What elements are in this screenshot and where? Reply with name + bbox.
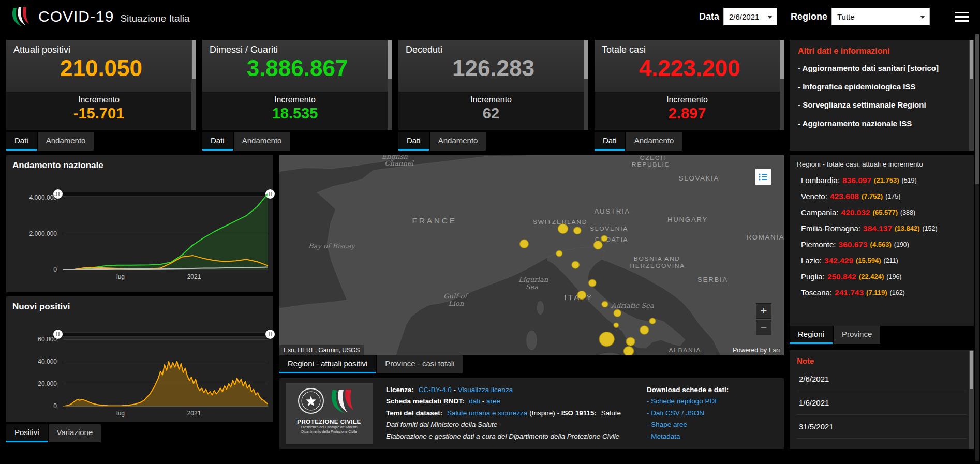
data-source-line: Dati forniti dal Ministero della Salute	[386, 419, 629, 430]
region-total: 836.097	[842, 176, 871, 185]
tab-andamento[interactable]: Andamento	[626, 132, 682, 151]
region-total: 342.429	[824, 256, 853, 265]
date-select[interactable]: 2/6/2021	[723, 8, 777, 25]
themes-mid-text: (Inspire) -	[529, 409, 561, 417]
map-label: SERBIA	[697, 276, 728, 283]
region-bubble[interactable]	[599, 332, 614, 347]
x-tick: lug	[109, 273, 132, 280]
cc-by-link[interactable]: CC-BY-4.0	[419, 386, 452, 394]
region-select[interactable]: Tutte	[831, 8, 930, 25]
region-bubble[interactable]	[649, 318, 656, 324]
aree-link[interactable]: aree	[486, 397, 500, 405]
stat-title: Totale casi	[595, 40, 784, 55]
data-management-line: Elaborazione e gestione dati a cura del …	[386, 431, 629, 442]
info-panel: Altri dati e informazioni - Aggiornament…	[790, 40, 974, 151]
scrollbar[interactable]	[191, 40, 196, 130]
powered-by-esri-link[interactable]: Powered by Esri	[733, 347, 780, 354]
region-bubble[interactable]	[558, 224, 568, 234]
nuovi-tabs: Positivi Variazione	[6, 424, 101, 442]
region-bubble[interactable]	[614, 309, 621, 317]
stat-card-dimessi-guariti: Dimessi / Guariti 3.886.867 Incremento 1…	[202, 40, 392, 130]
region-name: Emilia-Romagna:	[801, 224, 860, 233]
region-bubble[interactable]	[572, 261, 580, 268]
regions-tabs: Regioni Province	[790, 326, 880, 344]
region-name: Lazio:	[801, 256, 822, 265]
link-schede-pdf[interactable]: - Schede riepilogo PDF	[647, 396, 766, 407]
legend-button[interactable]	[755, 169, 771, 185]
logo-title: PROTEZIONE CIVILE	[290, 418, 368, 425]
region-bubble[interactable]	[640, 326, 649, 334]
increment-label: Incremento	[595, 95, 780, 104]
region-bubble[interactable]	[520, 240, 529, 248]
link-sorveglianza-regioni[interactable]: - Sorveglianza settimanale Regioni	[798, 100, 953, 110]
note-row: 1/6/2021	[797, 391, 967, 415]
scrollbar[interactable]	[969, 40, 974, 151]
tab-dati[interactable]: Dati	[6, 132, 37, 151]
y-tick: 0	[10, 402, 57, 410]
tab-dati[interactable]: Dati	[595, 132, 625, 151]
region-bubble[interactable]	[556, 250, 562, 257]
region-bubble[interactable]	[589, 279, 597, 287]
region-bubble[interactable]	[623, 347, 633, 355]
tab-andamento[interactable]: Andamento	[234, 132, 290, 151]
visualizza-licenza-link[interactable]: Visualizza licenza	[458, 386, 513, 394]
region-name: Lombardia:	[801, 176, 840, 185]
tab-dati[interactable]: Dati	[398, 132, 429, 151]
zoom-out-button[interactable]: −	[756, 320, 771, 335]
region-bubble[interactable]	[593, 241, 602, 249]
map-label: Lion	[449, 300, 464, 308]
map-label: Adriatic Sea	[611, 302, 654, 309]
metadata-line: Scheda metadati RNDT: dati - aree	[386, 396, 629, 407]
tab-regioni-attuali[interactable]: Regioni - attuali positivi	[279, 355, 376, 373]
region-bubble[interactable]	[626, 337, 635, 346]
tab-province-casi[interactable]: Province - casi totali	[377, 355, 463, 373]
protezione-civile-logo: PROTEZIONE CIVILE Presidenza del Consigl…	[286, 383, 373, 444]
region-bubble[interactable]	[577, 291, 586, 299]
region-bubble[interactable]	[614, 323, 619, 327]
scrollbar[interactable]	[388, 40, 392, 130]
region-bubble[interactable]	[602, 301, 608, 307]
region-row: Lombardia: 836.097 (21.753) (519)	[790, 172, 974, 188]
page-scrollbar[interactable]	[975, 34, 979, 461]
region-bubble[interactable]	[574, 227, 582, 234]
regions-panel: Regioni - totale casi, attuali e increme…	[790, 155, 974, 326]
map-label: SLOVAKIA	[679, 174, 719, 182]
region-increment: (388)	[900, 209, 915, 216]
link-aggiornamento-dati-sanitari[interactable]: - Aggiornamento dati sanitari [storico]	[798, 63, 953, 73]
scrollbar[interactable]	[780, 40, 784, 130]
link-infografica-iss[interactable]: - Infografica epidemiologica ISS	[798, 82, 953, 92]
region-row: Piemonte: 360.673 (4.563) (190)	[790, 236, 974, 252]
zoom-in-button[interactable]: +	[756, 303, 771, 319]
scrollbar[interactable]	[584, 40, 588, 130]
tab-province[interactable]: Province	[834, 326, 880, 344]
tab-andamento[interactable]: Andamento	[38, 132, 94, 151]
link-dati-csv-json[interactable]: - Dati CSV / JSON	[647, 408, 766, 419]
map-label: ALBANIA	[669, 347, 701, 354]
tab-andamento[interactable]: Andamento	[430, 132, 486, 151]
map-canvas[interactable]: EnglishChannelCZECHREPUBLICSLOVAKIAAUSTR…	[279, 155, 784, 355]
legend-icon	[759, 173, 768, 181]
date-label: Data	[699, 11, 719, 22]
stat-card-totale-casi: Totale casi 4.223.200 Incremento 2.897	[595, 40, 784, 130]
x-axis	[63, 270, 268, 270]
salute-umana-link[interactable]: Salute umana e sicurezza	[447, 409, 527, 417]
note-row: 2/6/2021	[797, 367, 967, 391]
series-fill-totale-casi	[63, 193, 268, 270]
link-shape-aree[interactable]: - Shape aree	[647, 419, 766, 430]
tab-variazione[interactable]: Variazione	[49, 424, 101, 442]
map-tabs: Regioni - attuali positivi Province - ca…	[279, 355, 463, 373]
region-label: Regione	[791, 11, 827, 22]
increment-label: Incremento	[6, 95, 191, 104]
andamento-nazionale-panel: Andamento nazionale 4.000.000 2.000.000 …	[6, 155, 273, 292]
tab-positivi[interactable]: Positivi	[6, 424, 48, 442]
region-increment: (175)	[885, 193, 900, 200]
scrollbar[interactable]	[969, 350, 974, 449]
tab-regioni[interactable]: Regioni	[790, 326, 833, 344]
link-aggiornamento-iss[interactable]: - Aggiornamento nazionale ISS	[798, 118, 953, 129]
link-metadata[interactable]: - Metadata	[647, 431, 766, 442]
menu-icon[interactable]	[954, 7, 970, 26]
region-bubble[interactable]	[601, 235, 607, 242]
tab-dati[interactable]: Dati	[202, 132, 233, 151]
logo-subtitle-1: Presidenza del Consiglio dei Ministri	[290, 425, 368, 429]
dati-link[interactable]: dati	[469, 397, 480, 405]
